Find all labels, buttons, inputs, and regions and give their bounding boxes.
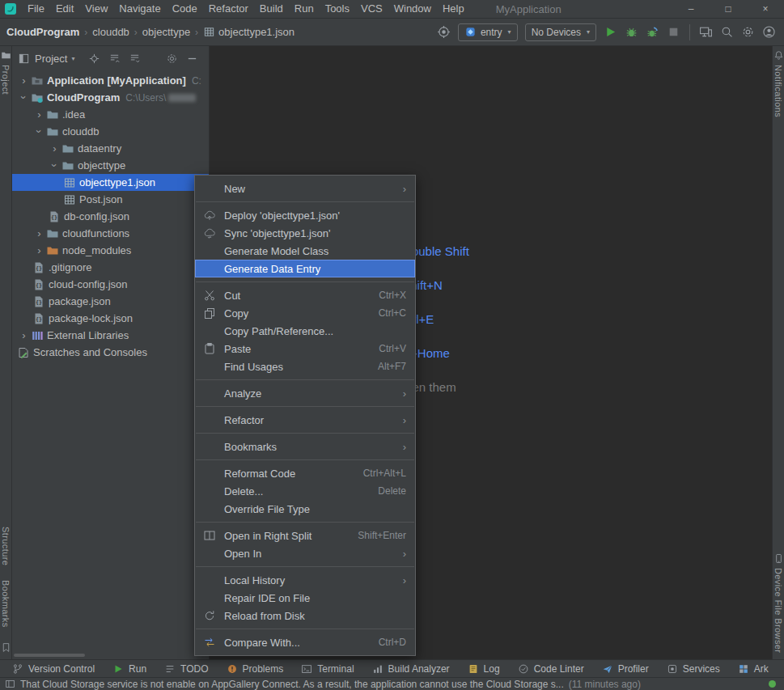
tree-item-package-json[interactable]: {}package.json xyxy=(12,293,209,310)
collapse-all-icon[interactable] xyxy=(108,53,121,65)
context-menu-item-find-usages[interactable]: Find UsagesAlt+F7 xyxy=(195,358,415,375)
tool-window-button-build-analyzer[interactable]: Build Analyzer xyxy=(363,660,459,677)
menubar-item-view[interactable]: View xyxy=(79,0,113,18)
chevron-right-icon[interactable]: › xyxy=(17,74,31,87)
maximize-button[interactable]: □ xyxy=(710,0,747,18)
locate-icon[interactable] xyxy=(88,53,100,65)
menubar-item-tools[interactable]: Tools xyxy=(320,0,355,18)
menubar-item-file[interactable]: File xyxy=(22,0,50,18)
hide-icon[interactable] xyxy=(186,53,198,65)
tree-item-package-lock-json[interactable]: {}package-lock.json xyxy=(12,310,209,327)
context-menu-item-local-history[interactable]: Local History› xyxy=(195,571,415,589)
context-menu-item-open-in[interactable]: Open In› xyxy=(195,544,415,562)
context-menu-item-deploy-objecttype1-json[interactable]: Deploy 'objecttype1.json' xyxy=(195,206,415,224)
tree-item-post-json[interactable]: Post.json xyxy=(12,191,209,208)
menubar-item-help[interactable]: Help xyxy=(437,0,470,18)
context-menu-item-override-file-type[interactable]: Override File Type xyxy=(195,500,415,518)
tree-item-cloudprogram[interactable]: ›CloudProgramC:\Users\ xyxy=(12,89,209,106)
context-menu-item-delete[interactable]: Delete...Delete xyxy=(195,482,415,500)
context-menu-item-copy-path-reference[interactable]: Copy Path/Reference... xyxy=(195,322,415,340)
run-config-selector[interactable]: entry▾ xyxy=(458,23,518,41)
tree-item-application-myapplication[interactable]: ›Application [MyApplication]C: xyxy=(12,72,209,89)
context-menu-item-repair-ide-on-file[interactable]: Repair IDE on File xyxy=(195,589,415,607)
tree-item-idea[interactable]: ›.idea xyxy=(12,106,209,123)
chevron-down-icon[interactable]: › xyxy=(17,91,31,104)
tool-button-bookmarks[interactable]: Bookmarks xyxy=(1,580,11,628)
tree-item-clouddb[interactable]: ›clouddb xyxy=(12,123,209,140)
chevron-down-icon[interactable]: › xyxy=(32,125,46,138)
layout-toggle-slot[interactable] xyxy=(5,679,15,689)
bookmark-tab-slot[interactable] xyxy=(1,642,11,653)
breadcrumb-item-cloudprogram[interactable]: CloudProgram xyxy=(6,26,79,38)
context-menu-item-reformat-code[interactable]: Reformat CodeCtrl+Alt+L xyxy=(195,464,415,482)
context-menu-item-refactor[interactable]: Refactor› xyxy=(195,411,415,429)
context-menu-item-new[interactable]: New› xyxy=(195,180,415,197)
device-manager-icon[interactable] xyxy=(699,25,713,39)
tool-button-structure[interactable]: Structure xyxy=(1,527,11,565)
context-menu-item-cut[interactable]: CutCtrl+X xyxy=(195,286,415,304)
chevron-right-icon[interactable]: › xyxy=(32,227,46,239)
context-menu-item-generate-data-entry[interactable]: Generate Data Entry xyxy=(195,260,415,277)
horizontal-scrollbar[interactable] xyxy=(14,654,85,657)
tree-item-objecttype1-json[interactable]: objecttype1.json xyxy=(12,174,209,191)
tool-window-button-version-control[interactable]: Version Control xyxy=(3,660,104,677)
context-menu-item-copy[interactable]: CopyCtrl+C xyxy=(195,304,415,322)
tree-item-cloud-config-json[interactable]: {}cloud-config.json xyxy=(12,276,209,293)
menubar-item-refactor[interactable]: Refactor xyxy=(203,0,254,18)
tool-button-project[interactable]: Project xyxy=(1,50,11,95)
tool-window-button-terminal[interactable]: Terminal xyxy=(292,660,362,677)
tool-window-button-todo[interactable]: TODO xyxy=(155,660,217,677)
chevron-right-icon[interactable]: › xyxy=(32,108,46,121)
menubar-item-edit[interactable]: Edit xyxy=(50,0,79,18)
panel-tab-icon[interactable] xyxy=(18,53,30,65)
tree-item-db-config-json[interactable]: {}db-config.json xyxy=(12,208,209,225)
breadcrumb-item-objecttype[interactable]: objecttype xyxy=(142,26,190,38)
close-button[interactable]: × xyxy=(747,0,784,18)
context-menu-item-bookmarks[interactable]: Bookmarks› xyxy=(195,438,415,455)
minimize-button[interactable]: – xyxy=(672,0,710,18)
context-menu-item-paste[interactable]: PasteCtrl+V xyxy=(195,340,415,358)
chevron-right-icon[interactable]: › xyxy=(17,329,31,341)
target-icon[interactable] xyxy=(437,25,451,39)
tool-window-button-log[interactable]: Log xyxy=(459,660,509,677)
menubar-item-vcs[interactable]: VCS xyxy=(355,0,388,18)
run-icon[interactable] xyxy=(604,25,617,39)
context-menu-item-generate-model-class[interactable]: Generate Model Class xyxy=(195,242,415,260)
menubar-item-build[interactable]: Build xyxy=(254,0,289,18)
context-menu-item-reload-from-disk[interactable]: Reload from Disk xyxy=(195,607,415,624)
context-menu-item-open-in-right-split[interactable]: Open in Right SplitShift+Enter xyxy=(195,527,415,544)
stop-icon[interactable] xyxy=(667,25,680,39)
chevron-right-icon[interactable]: › xyxy=(48,142,61,155)
tool-button-device-file-browser[interactable]: Device File Browser xyxy=(773,553,784,653)
tree-item-external-libraries[interactable]: ›External Libraries xyxy=(12,327,209,344)
breadcrumb-item-objecttype1-json[interactable]: objecttype1.json xyxy=(203,26,295,38)
tree-item-gitignore[interactable]: {}.gitignore xyxy=(12,259,209,276)
panel-title-caret-icon[interactable]: ▾ xyxy=(71,55,74,62)
device-selector[interactable]: No Devices▾ xyxy=(525,23,596,41)
profile-icon[interactable] xyxy=(646,25,659,39)
tool-window-button-profiler[interactable]: Profiler xyxy=(593,660,658,677)
tool-window-button-run[interactable]: Run xyxy=(104,660,155,677)
tree-item-scratches-and-consoles[interactable]: Scratches and Consoles xyxy=(12,344,209,361)
settings-icon[interactable] xyxy=(741,25,755,39)
tool-window-button-problems[interactable]: Problems xyxy=(218,660,293,677)
debug-icon[interactable] xyxy=(625,25,638,39)
tool-button-notifications[interactable]: Notifications xyxy=(773,50,784,117)
chevron-right-icon[interactable]: › xyxy=(32,244,46,256)
tool-window-button-services[interactable]: Services xyxy=(658,660,729,677)
search-icon[interactable] xyxy=(720,25,734,39)
expand-all-icon[interactable] xyxy=(129,53,141,65)
tree-item-dataentry[interactable]: ›dataentry xyxy=(12,140,209,157)
tool-window-button-code-linter[interactable]: Code Linter xyxy=(509,660,593,677)
tree-item-cloudfunctions[interactable]: ›cloudfunctions xyxy=(12,225,209,242)
settings-icon[interactable] xyxy=(166,53,178,65)
breadcrumb-item-clouddb[interactable]: clouddb xyxy=(92,26,129,38)
context-menu-item-sync-objecttype1-json[interactable]: Sync 'objecttype1.json' xyxy=(195,224,415,242)
menubar-item-code[interactable]: Code xyxy=(167,0,203,18)
tree-item-objecttype[interactable]: ›objecttype xyxy=(12,157,209,174)
context-menu-item-compare-with[interactable]: Compare With...Ctrl+D xyxy=(195,633,415,651)
chevron-down-icon[interactable]: › xyxy=(48,159,61,171)
menubar-item-window[interactable]: Window xyxy=(388,0,437,18)
context-menu-item-analyze[interactable]: Analyze› xyxy=(195,384,415,402)
tree-item-node-modules[interactable]: ›node_modules xyxy=(12,242,209,259)
